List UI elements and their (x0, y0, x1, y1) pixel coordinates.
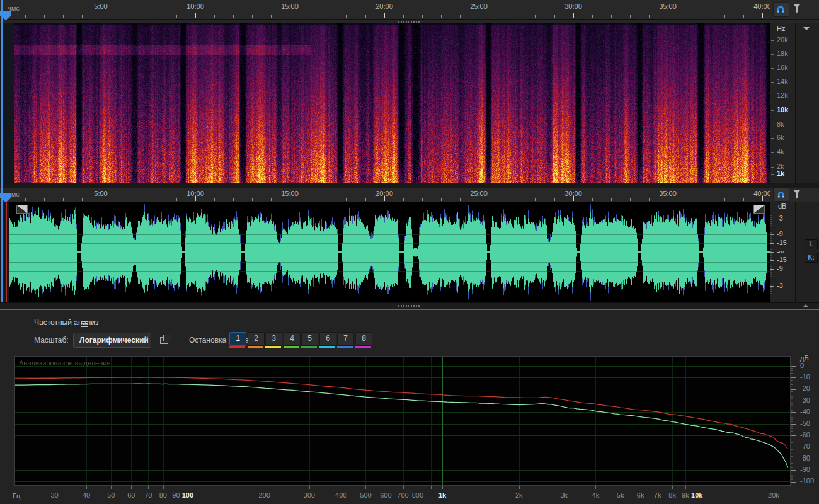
hold-frame-button-4[interactable]: 4 (284, 332, 301, 346)
db-minor-tick (770, 246, 772, 246)
db-minor-tick (770, 231, 772, 231)
panel-resize-grip[interactable] (398, 305, 421, 307)
ruler-time-label: 25:00 (465, 3, 493, 10)
db-tick-label: -9 (777, 265, 783, 272)
panel-resize-grip[interactable] (398, 21, 421, 23)
db-minor-tick (770, 293, 772, 294)
ruler-tick (724, 15, 725, 18)
frequency-tick-label: 20k (777, 36, 788, 43)
y-axis-tick (791, 368, 793, 369)
y-axis-tick (791, 391, 793, 392)
ruler-tick (762, 13, 763, 18)
snapping-toggle-button[interactable] (773, 2, 789, 17)
amplitude-scale-ruler[interactable]: dB -3-9-15-∞-15-9-3 (770, 202, 796, 302)
zoom-corner-icon[interactable] (16, 205, 28, 214)
spectrogram-canvas[interactable] (14, 23, 770, 183)
channel-button-k[interactable]: K: (805, 253, 818, 263)
frequency-plot-canvas[interactable] (15, 357, 790, 485)
ruler-time-label: 5:00 (87, 3, 115, 10)
db-minor-tick (770, 229, 772, 229)
y-axis-tick (791, 428, 793, 429)
hold-frame-button-1[interactable]: 1 (229, 332, 246, 346)
y-axis-tick (791, 419, 793, 420)
ruler-tick (384, 13, 385, 18)
db-minor-tick (770, 244, 772, 244)
hold-frame-button-8[interactable]: 8 (355, 332, 372, 346)
y-axis-tick (791, 384, 793, 385)
snapping-toggle-button[interactable] (773, 188, 789, 202)
chevron-down-icon (139, 339, 146, 342)
funnel-icon[interactable] (793, 3, 801, 14)
ruler-time-label: 20:00 (370, 3, 398, 10)
db-minor-tick (770, 249, 772, 250)
hold-frame-button-7[interactable]: 7 (337, 332, 354, 346)
chevron-down-icon[interactable] (803, 27, 810, 30)
frequency-tick (771, 125, 774, 125)
ruler-tick (328, 15, 328, 18)
ruler-tick (441, 15, 442, 18)
db-tick (770, 286, 774, 287)
y-axis-tick-label: -80 (800, 454, 810, 462)
funnel-icon[interactable] (793, 189, 801, 200)
db-tick (770, 234, 774, 235)
y-axis-tick (791, 470, 796, 471)
waveform-canvas[interactable] (9, 202, 770, 302)
x-axis-tick (685, 486, 686, 489)
waveform-playhead-line[interactable] (6, 202, 7, 302)
view-separator[interactable] (0, 183, 819, 188)
channel-button-l[interactable]: L (805, 239, 818, 249)
y-axis-tick (791, 472, 793, 473)
hold-frame-color-bar (355, 346, 371, 348)
db-minor-tick (770, 274, 772, 275)
playhead-line[interactable] (1, 0, 3, 302)
ruler-tick (63, 15, 64, 18)
spectral-ruler-track[interactable]: чмс 5:0010:0015:0020:0025:0030:0035:0040… (0, 0, 770, 19)
ruler-tick (346, 198, 347, 201)
ruler-tick (25, 198, 26, 201)
scale-dropdown[interactable]: Логарифмический (73, 333, 151, 348)
x-axis-tick (621, 486, 621, 489)
frequency-scale-ruler[interactable]: Hz 20k18k16k14k12k10k8k6k4k2k1k (770, 23, 796, 183)
ruler-tick (252, 15, 253, 18)
x-axis-tick (386, 486, 386, 489)
spectral-time-ruler[interactable]: чмс 5:0010:0015:0020:0025:0030:0035:0040… (0, 0, 819, 20)
hold-frame-button-5[interactable]: 5 (301, 332, 318, 346)
ruler-tick (649, 15, 650, 18)
ruler-tick (403, 15, 404, 18)
x-axis-tick (309, 486, 310, 489)
ruler-tick (195, 13, 196, 18)
panel-focus-border (0, 309, 819, 310)
ruler-tick (554, 198, 555, 201)
x-axis-tick-label: 500 (355, 491, 376, 499)
amplitude-axis-unit: dB (778, 202, 786, 210)
ruler-tick (536, 198, 536, 201)
y-axis-tick (791, 412, 796, 413)
copy-graph-button[interactable] (160, 334, 173, 345)
db-minor-tick (770, 214, 772, 214)
db-minor-tick (770, 242, 772, 243)
chevron-up-icon[interactable] (803, 304, 809, 307)
frequency-tick (771, 110, 774, 111)
db-minor-tick (770, 278, 772, 278)
ruler-tick (517, 198, 517, 201)
y-axis-tick (791, 382, 793, 382)
audition-window: чмс 5:0010:0015:0020:0025:0030:0035:0040… (0, 0, 819, 504)
db-minor-tick (770, 232, 772, 233)
frequency-analysis-panel: Частотный анализ Масштаб: Логарифмически… (0, 309, 819, 504)
panel-menu-icon[interactable] (81, 319, 88, 328)
zoom-corner-icon[interactable] (753, 205, 765, 214)
y-axis-tick (791, 467, 793, 468)
ruler-tick (252, 198, 253, 201)
waveform-ruler-track[interactable]: чмс 5:0010:0015:0020:0025:0030:0035:0040… (0, 188, 770, 202)
ruler-tick (668, 13, 668, 18)
x-axis-tick (418, 486, 418, 489)
hold-frame-button-3[interactable]: 3 (265, 332, 282, 346)
waveform-time-ruler[interactable]: чмс 5:0010:0015:0020:0025:0030:0035:0040… (0, 188, 819, 202)
hold-frame-button-2[interactable]: 2 (248, 332, 265, 346)
panel-title: Частотный анализ (34, 318, 98, 327)
hold-frame-button-6[interactable]: 6 (319, 332, 336, 346)
y-axis-tick (791, 449, 793, 450)
magnet-icon (776, 190, 786, 199)
db-minor-tick (770, 225, 772, 226)
ruler-time-label: 25:00 (465, 190, 493, 197)
